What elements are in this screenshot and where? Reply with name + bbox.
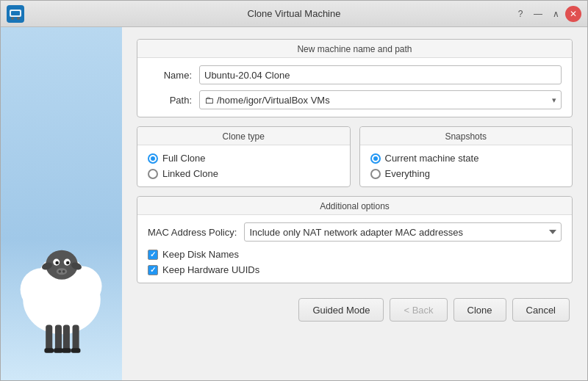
svg-rect-24 xyxy=(62,325,69,352)
svg-rect-2 xyxy=(11,11,20,15)
svg-point-11 xyxy=(41,285,82,325)
linked-clone-radio[interactable]: Linked Clone xyxy=(148,168,340,179)
clone-type-title: Clone type xyxy=(137,127,350,145)
titlebar-left xyxy=(7,5,24,23)
svg-point-19 xyxy=(56,268,67,275)
svg-point-21 xyxy=(62,270,65,273)
folder-icon: 🗀 xyxy=(204,95,214,106)
linked-clone-label: Linked Clone xyxy=(162,168,218,179)
clone-type-section: Clone type Full Clone Linked Clone xyxy=(137,126,351,187)
keep-disk-names-checkbox-indicator xyxy=(148,250,158,260)
keep-disk-names-label: Keep Disk Names xyxy=(162,249,239,260)
additional-options-section: Additional options MAC Address Policy: I… xyxy=(137,196,573,283)
name-path-title: New machine name and path xyxy=(137,40,572,58)
svg-rect-26 xyxy=(44,348,54,352)
full-clone-radio[interactable]: Full Clone xyxy=(148,153,340,164)
main-panel: New machine name and path Name: Path: 🗀 … xyxy=(122,27,587,380)
name-row: Name: xyxy=(148,65,562,84)
everything-label: Everything xyxy=(385,168,430,179)
path-row: Path: 🗀 /home/igor/VirtualBox VMs xyxy=(148,90,562,109)
everything-radio[interactable]: Everything xyxy=(370,168,562,179)
name-input[interactable] xyxy=(199,65,562,84)
maximize-button[interactable]: ∧ xyxy=(548,6,564,22)
clone-type-body: Full Clone Linked Clone xyxy=(137,145,350,186)
snapshots-title: Snapshots xyxy=(360,127,573,145)
current-state-label: Current machine state xyxy=(385,153,479,164)
snapshots-radio-group: Current machine state Everything xyxy=(370,153,562,179)
svg-rect-28 xyxy=(62,348,71,352)
svg-rect-23 xyxy=(54,325,61,352)
snapshots-section: Snapshots Current machine state Everythi… xyxy=(359,126,573,187)
minimize-button[interactable]: — xyxy=(530,6,546,22)
sheep-illustration xyxy=(10,226,113,373)
path-dropdown[interactable]: 🗀 /home/igor/VirtualBox VMs xyxy=(199,90,562,109)
additional-options-title: Additional options xyxy=(137,197,572,215)
vbox-logo-icon xyxy=(7,5,24,23)
window-title: Clone Virtual Machine xyxy=(248,8,341,19)
name-path-section: New machine name and path Name: Path: 🗀 … xyxy=(137,39,573,117)
name-label: Name: xyxy=(148,70,192,81)
svg-point-4 xyxy=(17,17,20,20)
current-state-radio-indicator xyxy=(370,153,381,164)
titlebar-controls: ? — ∧ ✕ xyxy=(512,6,581,22)
content-area: New machine name and path Name: Path: 🗀 … xyxy=(1,27,587,380)
svg-rect-25 xyxy=(72,325,79,352)
name-path-body: Name: Path: 🗀 /home/igor/VirtualBox VMs xyxy=(137,58,572,117)
mac-policy-select[interactable]: Include only NAT network adapter MAC add… xyxy=(244,222,562,242)
additional-options-body: MAC Address Policy: Include only NAT net… xyxy=(137,215,572,283)
everything-radio-indicator xyxy=(370,169,381,179)
full-clone-label: Full Clone xyxy=(162,153,206,164)
path-label: Path: xyxy=(148,95,192,106)
keep-hardware-uuids-checkbox[interactable]: Keep Hardware UUIDs xyxy=(148,264,562,275)
svg-rect-27 xyxy=(54,348,63,352)
back-button[interactable]: < Back xyxy=(390,298,447,322)
svg-rect-29 xyxy=(71,348,80,352)
svg-point-20 xyxy=(58,270,61,273)
clone-button[interactable]: Clone xyxy=(453,298,506,322)
titlebar: Clone Virtual Machine ? — ∧ ✕ xyxy=(1,1,587,27)
keep-hardware-uuids-checkbox-indicator xyxy=(148,265,158,275)
linked-clone-radio-indicator xyxy=(148,169,158,179)
mac-policy-label: MAC Address Policy: xyxy=(148,227,237,238)
button-bar: Guided Mode < Back Clone Cancel xyxy=(137,292,573,324)
keep-disk-names-checkbox[interactable]: Keep Disk Names xyxy=(148,249,562,260)
full-clone-radio-indicator xyxy=(148,153,158,164)
current-state-radio[interactable]: Current machine state xyxy=(370,153,562,164)
cancel-button[interactable]: Cancel xyxy=(512,298,570,322)
svg-rect-22 xyxy=(46,325,52,352)
main-window: Clone Virtual Machine ? — ∧ ✕ xyxy=(0,0,588,381)
clone-snapshots-row: Clone type Full Clone Linked Clone xyxy=(137,126,573,187)
svg-point-3 xyxy=(11,17,14,20)
close-button[interactable]: ✕ xyxy=(565,6,581,22)
snapshots-body: Current machine state Everything xyxy=(360,145,573,186)
keep-hardware-uuids-label: Keep Hardware UUIDs xyxy=(162,264,259,275)
svg-point-16 xyxy=(65,261,69,265)
path-value: /home/igor/VirtualBox VMs xyxy=(217,95,330,106)
sheep-panel xyxy=(1,27,122,380)
svg-point-15 xyxy=(55,261,59,265)
mac-policy-row: MAC Address Policy: Include only NAT net… xyxy=(148,222,562,242)
clone-type-radio-group: Full Clone Linked Clone xyxy=(148,153,340,179)
guided-mode-button[interactable]: Guided Mode xyxy=(298,298,384,322)
help-button[interactable]: ? xyxy=(512,6,528,22)
